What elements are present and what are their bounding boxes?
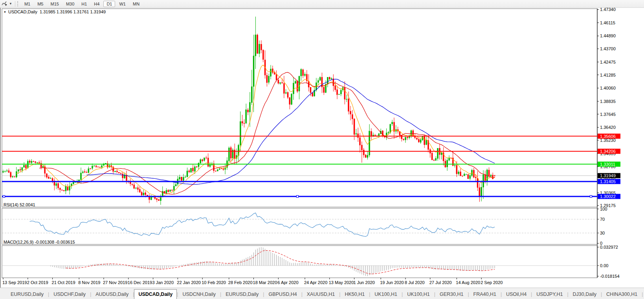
date-label: 16 Dec 2019 bbox=[128, 280, 152, 285]
timeframe-button-w1[interactable]: W1 bbox=[116, 1, 129, 7]
chart-tab-uk100-h1[interactable]: UK100,H1 bbox=[403, 289, 434, 299]
price-chart-canvas[interactable]: 1.473401.461151.448901.437001.424751.412… bbox=[0, 8, 644, 288]
svg-text:1.40060: 1.40060 bbox=[600, 86, 616, 90]
svg-text:30: 30 bbox=[600, 231, 605, 235]
chart-tab-usdcnh-daily[interactable]: USDCNH,Daily bbox=[178, 289, 220, 299]
top-toolbar: ▼ M1M5M15M30H1H4D1W1MN bbox=[0, 0, 644, 8]
timeframe-button-h1[interactable]: H1 bbox=[78, 1, 90, 7]
timeframe-button-d1[interactable]: D1 bbox=[103, 1, 115, 7]
chart-tab-usdjpy-h1[interactable]: USDJPY,H1 bbox=[532, 289, 567, 299]
timeframe-button-m15[interactable]: M15 bbox=[47, 1, 62, 7]
price-level-label: 1.33011 bbox=[600, 162, 615, 167]
svg-text:1.47340: 1.47340 bbox=[600, 8, 616, 12]
svg-text:0.032972: 0.032972 bbox=[600, 245, 618, 249]
date-label: 8 Jul 2020 bbox=[405, 280, 425, 285]
chart-tab-fra40-h1[interactable]: FRA40,H1 bbox=[469, 289, 501, 299]
svg-text:1.42475: 1.42475 bbox=[600, 60, 616, 64]
chart-tab-usdcad-daily[interactable]: USDCAD,Daily bbox=[134, 289, 177, 299]
chart-tab-hk50-h1[interactable]: HK50,H1 bbox=[340, 289, 369, 299]
svg-text:1.41285: 1.41285 bbox=[600, 73, 616, 77]
date-label: 6 Apr 2020 bbox=[277, 280, 298, 285]
chart-pointer-icon[interactable] bbox=[2, 1, 7, 6]
chevron-down-icon[interactable]: ▼ bbox=[9, 2, 12, 6]
svg-text:1.44890: 1.44890 bbox=[600, 33, 616, 38]
line-selection-handle[interactable] bbox=[297, 195, 299, 197]
date-label: 13 May 2020 bbox=[329, 280, 354, 285]
date-label: 27 Jul 2020 bbox=[429, 280, 452, 285]
date-label: 21 Oct 2019 bbox=[52, 280, 75, 285]
chart-tab-dj30-daily[interactable]: DJ30,Daily bbox=[569, 289, 601, 299]
date-label: 10 Feb 2020 bbox=[202, 280, 226, 285]
price-axis: 1.473401.461151.448901.437001.424751.412… bbox=[597, 8, 620, 279]
date-label: 27 Nov 2019 bbox=[103, 280, 127, 285]
timeframe-button-m30[interactable]: M30 bbox=[63, 1, 77, 7]
svg-text:1.37645: 1.37645 bbox=[600, 112, 616, 117]
chart-tab-usdchf-daily[interactable]: USDCHF,Daily bbox=[49, 289, 90, 299]
price-level-label: 1.31405 bbox=[600, 179, 616, 184]
date-label: 2 Sep 2020 bbox=[481, 280, 503, 285]
toolbar-grip-handle[interactable] bbox=[17, 1, 19, 6]
price-level-label: 1.30022 bbox=[600, 194, 616, 199]
chart-title-text: USDCAD,Daily 1.31985 1.31996 1.31761 1.3… bbox=[8, 9, 106, 14]
svg-text:1.36420: 1.36420 bbox=[600, 125, 616, 130]
chart-tab-china300-h1[interactable]: CHINA300,H1 bbox=[602, 289, 642, 299]
chart-tab-bar: EURUSD,Daily|USDCHF,Daily|AUDUSD,Daily|U… bbox=[0, 288, 644, 299]
line-selection-handle[interactable] bbox=[590, 195, 592, 197]
svg-text:100: 100 bbox=[600, 207, 607, 211]
chart-tab-usoil-h4[interactable]: USOil,H4 bbox=[502, 289, 531, 299]
svg-text:-0.018154: -0.018154 bbox=[600, 274, 620, 279]
timeframe-button-m5[interactable]: M5 bbox=[34, 1, 46, 7]
date-label: 13 Sep 2019 bbox=[2, 280, 27, 285]
date-label: 1 Jun 2020 bbox=[354, 280, 375, 285]
date-label: 28 Feb 2020 bbox=[228, 280, 253, 285]
chart-tab-gbpusd-h4[interactable]: GBPUSD,H4 bbox=[264, 289, 301, 299]
price-level-label: 1.31949 bbox=[600, 173, 616, 178]
chart-window[interactable]: ▼ USDCAD,Daily 1.31985 1.31996 1.31761 1… bbox=[0, 8, 644, 288]
date-label: 3 Jan 2020 bbox=[152, 280, 174, 285]
svg-text:1.43700: 1.43700 bbox=[600, 46, 616, 51]
macd-indicator-label: MACD(12,26,9) -0.001308 -0.003615 bbox=[4, 240, 75, 244]
price-level-label: 1.34206 bbox=[600, 149, 616, 154]
rsi-indicator-label: RSI(14) 52.0041 bbox=[4, 202, 35, 207]
date-label: 2 Oct 2019 bbox=[27, 280, 48, 285]
chart-tab-uk100-h1[interactable]: UK100,H1 bbox=[370, 289, 402, 299]
chart-tab-audusd-daily[interactable]: AUDUSD,Daily bbox=[91, 289, 133, 299]
chart-title: ▼ USDCAD,Daily 1.31985 1.31996 1.31761 1… bbox=[4, 9, 106, 14]
timeframe-button-mn[interactable]: MN bbox=[130, 1, 143, 7]
svg-text:1.38835: 1.38835 bbox=[600, 99, 616, 104]
date-label: 18 Mar 2020 bbox=[253, 280, 277, 285]
chart-tab-xauusd-h1[interactable]: XAUUSD,H1 bbox=[303, 289, 339, 299]
date-label: 14 Aug 2020 bbox=[456, 280, 480, 285]
svg-text:1.46115: 1.46115 bbox=[600, 20, 615, 25]
date-label: 8 Nov 2019 bbox=[78, 280, 100, 285]
toolbar-separator bbox=[15, 1, 15, 7]
svg-text:0.00: 0.00 bbox=[600, 263, 608, 268]
chart-tab-eurusd-daily[interactable]: EURUSD,Daily bbox=[6, 289, 48, 299]
date-label: 22 Jan 2020 bbox=[177, 280, 201, 285]
date-label: 19 Jun 2020 bbox=[380, 280, 404, 285]
chart-tab-ger30-h1[interactable]: GER30,H1 bbox=[435, 289, 468, 299]
chart-tab-eurusd-daily[interactable]: EURUSD,Daily bbox=[221, 289, 263, 299]
date-label: 24 Apr 2020 bbox=[304, 280, 327, 285]
svg-text:70: 70 bbox=[600, 217, 605, 222]
date-axis[interactable]: 13 Sep 20192 Oct 201921 Oct 20198 Nov 20… bbox=[2, 278, 503, 285]
line-selection-handle[interactable] bbox=[3, 195, 5, 197]
timeframe-button-h4[interactable]: H4 bbox=[91, 1, 103, 7]
timeframe-button-m1[interactable]: M1 bbox=[21, 1, 33, 7]
price-level-label: 1.35606 bbox=[600, 134, 616, 139]
symbol-dropdown-icon[interactable]: ▼ bbox=[4, 11, 6, 13]
